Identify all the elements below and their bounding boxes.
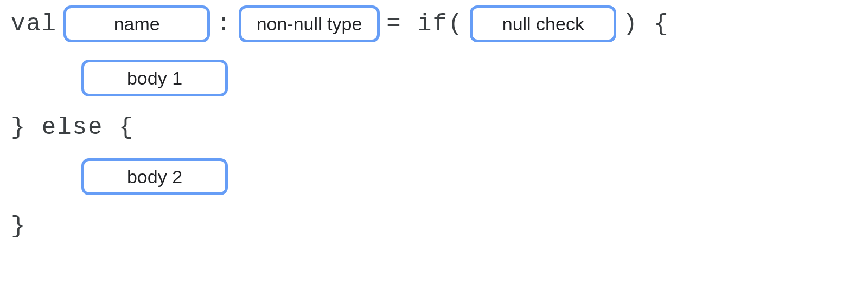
symbol-close-brace: } — [11, 212, 26, 240]
placeholder-body-1: body 1 — [81, 60, 228, 96]
line-close: } — [11, 212, 857, 240]
symbol-colon: : — [216, 10, 232, 37]
line-body-1: body 1 — [81, 60, 857, 96]
placeholder-body-2: body 2 — [81, 158, 228, 195]
placeholder-condition: null check — [470, 5, 616, 42]
symbol-equals-if-open: = if( — [386, 10, 463, 37]
symbol-close-paren-open-brace: ) { — [623, 10, 669, 37]
placeholder-name: name — [63, 5, 210, 42]
line-else: } else { — [11, 114, 857, 141]
placeholder-type: non-null type — [239, 5, 380, 42]
line-declaration: val name : non-null type = if( null chec… — [11, 5, 857, 42]
keyword-val: val — [11, 10, 57, 37]
line-body-2: body 2 — [81, 158, 857, 195]
symbol-else: } else { — [11, 114, 134, 141]
syntax-diagram: val name : non-null type = if( null chec… — [11, 5, 857, 240]
